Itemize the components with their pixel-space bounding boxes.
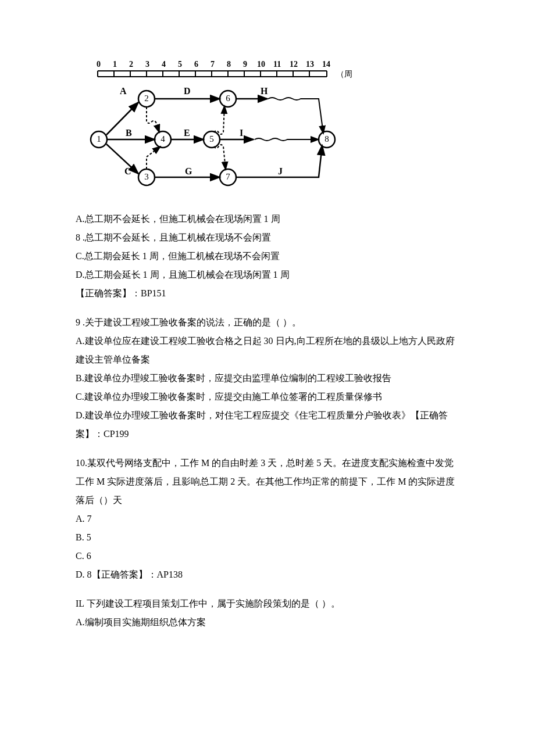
svg-text:D: D (184, 86, 191, 96)
svg-text:12: 12 (290, 60, 298, 69)
network-diagram: 012 345 678 91011 121314 （周） (86, 58, 459, 198)
q9-option-c: C.建设单位办理竣工验收备案时，应提交由施工单位签署的工程质量保修书 (76, 388, 459, 406)
svg-text:7: 7 (211, 60, 215, 69)
q10-option-c: C. 6 (76, 547, 459, 565)
q8-option-b: 8 .总工期不会延长，且施工机械在现场不会闲置 (76, 228, 459, 247)
q10-stem: 10.某双代号网络支配中，工作 M 的自由时差 3 天，总时差 5 天。在进度支… (76, 454, 459, 510)
svg-text:14: 14 (322, 60, 330, 69)
q8-option-a: A.总工期不会延长，但施工机械会在现场闲置 1 周 (76, 210, 459, 228)
svg-text:13: 13 (306, 60, 314, 69)
svg-text:10: 10 (257, 60, 265, 69)
question-9: 9 .关于建设工程竣工验收备案的说法，正确的是（ ）。 A.建设单位应在建设工程… (76, 313, 459, 443)
question-10: 10.某双代号网络支配中，工作 M 的自由时差 3 天，总时差 5 天。在进度支… (76, 454, 459, 584)
svg-text:9: 9 (243, 60, 247, 69)
q10-option-b: B. 5 (76, 528, 459, 547)
svg-text:11: 11 (273, 60, 281, 69)
svg-text:1: 1 (113, 60, 117, 69)
diagram-svg: 012 345 678 91011 121314 （周） (86, 58, 354, 192)
question-11: IL 下列建设工程项目策划工作中，属于实施阶段策划的是（ ）。 A.编制项目实施… (76, 594, 459, 632)
svg-text:H: H (261, 86, 268, 96)
svg-text:C: C (124, 166, 131, 176)
svg-text:7: 7 (226, 172, 230, 181)
svg-text:4: 4 (160, 134, 165, 144)
q11-stem: IL 下列建设工程项目策划工作中，属于实施阶段策划的是（ ）。 (76, 594, 459, 613)
q8-option-c: C.总工期会延长 1 周，但施工机械在现场不会闲置 (76, 247, 459, 266)
q9-option-d: D.建设单位办理竣工验收备案时，对住宅工程应提交《住宅工程质量分户验收表》【正确… (76, 406, 459, 443)
q10-option-a: A. 7 (76, 510, 459, 528)
svg-text:A: A (120, 86, 127, 96)
svg-text:6: 6 (194, 60, 198, 69)
svg-text:3: 3 (145, 60, 149, 69)
q11-option-a: A.编制项目实施期组织总体方案 (76, 613, 459, 632)
svg-text:5: 5 (178, 60, 182, 69)
q8-answer: 【正确答案】：BP151 (76, 284, 459, 303)
svg-text:2: 2 (144, 94, 149, 103)
svg-text:J: J (278, 166, 283, 176)
svg-text:G: G (185, 166, 192, 176)
q8-option-d: D.总工期会延长 1 周，且施工机械会在现场闲置 1 周 (76, 266, 459, 284)
svg-text:I: I (240, 128, 243, 138)
q9-option-a: A.建设单位应在建设工程竣工验收合格之日起 30 日内,向工程所在地的县级以上地… (76, 332, 459, 369)
svg-text:1: 1 (97, 134, 101, 144)
svg-text:4: 4 (162, 60, 166, 69)
svg-text:3: 3 (144, 172, 149, 181)
q9-stem: 9 .关于建设工程竣工验收备案的说法，正确的是（ ）。 (76, 313, 459, 332)
svg-text:8: 8 (324, 134, 329, 144)
svg-text:5: 5 (209, 134, 214, 144)
svg-text:0: 0 (97, 60, 101, 69)
q10-option-d: D. 8【正确答案】：AP138 (76, 565, 459, 584)
svg-text:6: 6 (226, 94, 230, 103)
svg-text:8: 8 (227, 60, 231, 69)
question-8-options: A.总工期不会延长，但施工机械会在现场闲置 1 周 8 .总工期不会延长，且施工… (76, 210, 459, 303)
svg-text:（周）: （周） (336, 70, 354, 78)
page: 012 345 678 91011 121314 （周） (0, 0, 535, 756)
q9-option-b: B.建设单位办理竣工验收备案时，应提交由监理单位编制的工程竣工验收报告 (76, 369, 459, 388)
svg-text:2: 2 (129, 60, 133, 69)
svg-text:B: B (126, 128, 132, 138)
svg-text:E: E (184, 128, 190, 138)
